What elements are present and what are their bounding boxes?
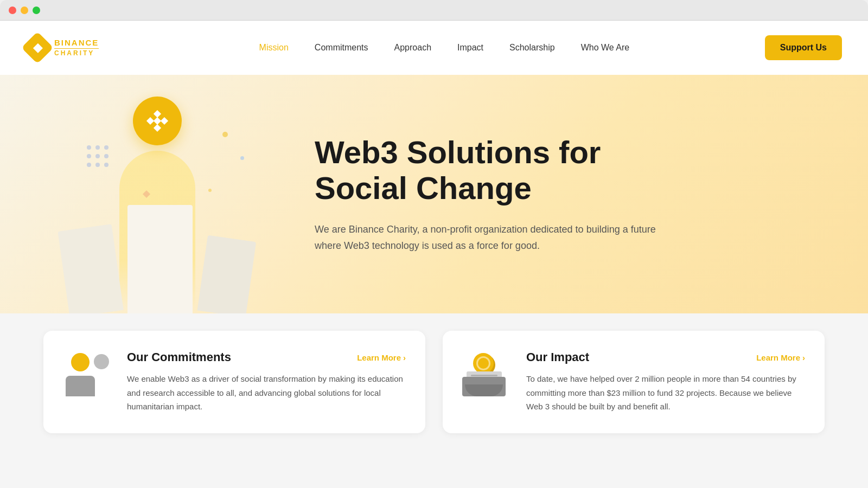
chevron-right-icon: › <box>403 353 406 362</box>
nav-commitments[interactable]: Commitments <box>315 43 368 53</box>
impact-title: Our Impact <box>526 350 589 364</box>
bnb-symbol <box>148 111 167 131</box>
hero-title: Web3 Solutions for Social Change <box>315 134 684 207</box>
nav-approach[interactable]: Approach <box>394 43 432 53</box>
navbar: ◆ BINANCE CHARITY Mission Commitments Ap… <box>0 21 868 75</box>
paper-center <box>127 205 193 313</box>
paper-decoration <box>69 205 246 313</box>
minimize-button[interactable] <box>21 7 28 14</box>
impact-description: To date, we have helped over 2 million p… <box>526 372 805 414</box>
sparkle-dot-1 <box>222 132 228 137</box>
commitments-learn-more[interactable]: Learn More › <box>357 353 406 362</box>
money-icon <box>462 353 511 396</box>
person-shadow <box>94 354 109 369</box>
impact-header: Our Impact Learn More › <box>526 350 805 364</box>
bills-line-1 <box>471 375 497 376</box>
hand-curve <box>465 384 503 396</box>
commitments-title: Our Commitments <box>127 350 231 364</box>
hand-base <box>462 377 506 396</box>
hero-text: Web3 Solutions for Social Change We are … <box>271 134 803 254</box>
bnb-logo-symbol: ◆ <box>33 41 42 55</box>
commitments-description: We enable Web3 as a driver of social tra… <box>127 372 406 414</box>
commitments-icon-area <box>63 350 112 399</box>
fullscreen-button[interactable] <box>33 7 40 14</box>
chevron-right-icon-2: › <box>802 353 805 362</box>
hero-illustration <box>43 80 271 308</box>
coin-yellow <box>473 353 494 374</box>
nav-who-we-are[interactable]: Who We Are <box>581 43 630 53</box>
nav-links: Mission Commitments Approach Impact Scho… <box>124 43 765 53</box>
decorative-dots <box>87 145 108 167</box>
impact-card: Our Impact Learn More › To date, we have… <box>443 331 825 433</box>
logo-text: BINANCE CHARITY <box>54 38 99 57</box>
logo[interactable]: ◆ BINANCE CHARITY <box>26 36 124 59</box>
paper-left <box>58 224 123 313</box>
impact-learn-more[interactable]: Learn More › <box>756 353 805 362</box>
commitments-content: Our Commitments Learn More › We enable W… <box>127 350 406 414</box>
sparkle-dot-2 <box>240 156 244 160</box>
commitments-card: Our Commitments Learn More › We enable W… <box>43 331 425 433</box>
logo-divider <box>54 48 99 49</box>
hero-subtitle: We are Binance Charity, a non-profit org… <box>315 222 662 254</box>
brand-sub: CHARITY <box>54 50 99 57</box>
mac-titlebar <box>0 0 868 21</box>
impact-content: Our Impact Learn More › To date, we have… <box>526 350 805 414</box>
nav-impact[interactable]: Impact <box>457 43 483 53</box>
sparkle-dot-3 <box>208 189 212 192</box>
person-body <box>66 376 95 396</box>
nav-mission[interactable]: Mission <box>259 43 289 53</box>
person-icon <box>66 353 109 396</box>
page: ◆ BINANCE CHARITY Mission Commitments Ap… <box>0 21 868 488</box>
logo-icon: ◆ <box>21 31 53 63</box>
hero-section: Web3 Solutions for Social Change We are … <box>0 75 868 313</box>
cards-section: Our Commitments Learn More › We enable W… <box>0 313 868 451</box>
brand-name: BINANCE <box>54 38 99 48</box>
coin-inner <box>476 356 490 370</box>
bnb-coin-icon <box>133 97 182 145</box>
commitments-header: Our Commitments Learn More › <box>127 350 406 364</box>
nav-scholarship[interactable]: Scholarship <box>509 43 555 53</box>
person-head <box>71 353 90 371</box>
impact-icon-area <box>462 350 511 399</box>
paper-right <box>197 235 257 313</box>
support-us-button[interactable]: Support Us <box>765 35 842 60</box>
close-button[interactable] <box>9 7 16 14</box>
